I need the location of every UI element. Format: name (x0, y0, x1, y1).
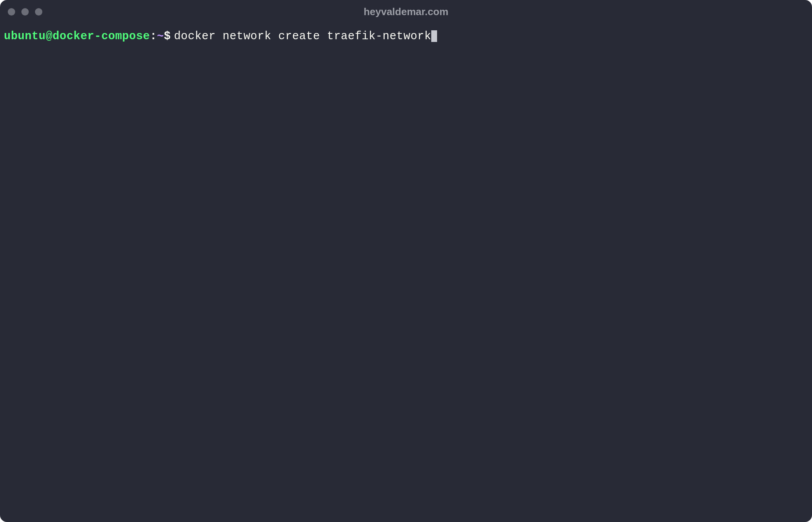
window-title: heyvaldemar.com (364, 6, 448, 18)
prompt-symbol: $ (164, 29, 171, 44)
cursor-icon (431, 30, 437, 42)
terminal-window: heyvaldemar.com ubuntu@docker-compose:~$… (0, 0, 812, 522)
command-input[interactable]: docker network create traefik-network (174, 29, 431, 44)
prompt-user-host: ubuntu@docker-compose (4, 29, 150, 44)
maximize-button[interactable] (35, 8, 42, 16)
window-controls (8, 8, 42, 16)
prompt-line: ubuntu@docker-compose:~$docker network c… (4, 29, 808, 44)
minimize-button[interactable] (21, 8, 29, 16)
title-bar: heyvaldemar.com (0, 0, 812, 23)
prompt-path: ~ (157, 29, 164, 44)
terminal-body[interactable]: ubuntu@docker-compose:~$docker network c… (0, 23, 812, 522)
prompt-colon: : (150, 29, 157, 44)
close-button[interactable] (8, 8, 15, 16)
